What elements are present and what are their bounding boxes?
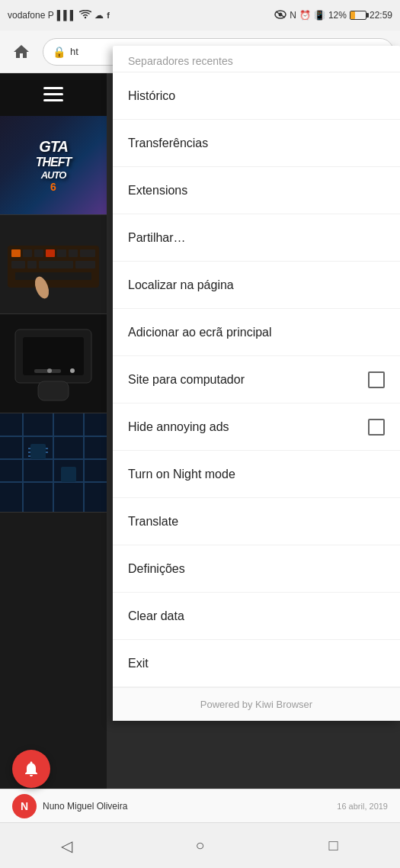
menu-item-transferencias[interactable]: Transferências: [113, 120, 400, 167]
thumbnail-keyboard: [0, 215, 107, 314]
menu-item-historico[interactable]: Histórico: [113, 72, 400, 120]
menu-item-extensions[interactable]: Extensions: [113, 167, 400, 214]
definicoes-label: Definições: [128, 562, 185, 576]
site-computador-label: Site para computador: [128, 373, 245, 387]
thumbnail-pc: [0, 314, 107, 413]
menu-item-hide-ads[interactable]: Hide annoying ads: [113, 403, 400, 451]
bottom-nav-bar: ◁ ○ □: [0, 822, 400, 868]
alarm-icon: N: [290, 10, 296, 21]
notification-bell-button[interactable]: [12, 750, 50, 788]
hamburger-menu-area: [0, 73, 107, 116]
hide-ads-label: Hide annoying ads: [128, 420, 229, 434]
recent-apps-button[interactable]: □: [311, 823, 357, 869]
historico-label: Histórico: [128, 89, 175, 103]
svg-rect-38: [28, 452, 30, 453]
svg-rect-39: [28, 455, 30, 457]
clock-icon: ⏰: [299, 10, 311, 21]
svg-rect-12: [57, 249, 66, 257]
dark-sidebar: GTA THEFT AUTO 6: [0, 73, 107, 822]
comment-date: 16 abril, 2019: [337, 802, 388, 811]
svg-rect-10: [34, 249, 43, 257]
eye-icon: [274, 10, 286, 21]
svg-point-25: [70, 368, 75, 373]
svg-rect-40: [46, 448, 48, 449]
menu-item-translate[interactable]: Translate: [113, 498, 400, 545]
context-menu: Separadores recentes Histórico Transferê…: [113, 46, 400, 721]
menu-item-adicionar[interactable]: Adicionar ao ecrã principal: [113, 309, 400, 356]
home-button[interactable]: [6, 37, 37, 67]
svg-rect-14: [80, 249, 95, 257]
exit-label: Exit: [128, 657, 149, 670]
menu-section-label: Separadores recentes: [113, 46, 400, 72]
powered-by-text: Powered by Kiwi Browser: [113, 687, 400, 721]
cloud-icon: ☁: [94, 10, 104, 21]
night-mode-label: Turn on Night mode: [128, 468, 235, 481]
menu-item-clear-data[interactable]: Clear data: [113, 593, 400, 640]
svg-rect-16: [27, 261, 37, 268]
thumbnail-circuit: [0, 413, 107, 513]
hide-ads-checkbox[interactable]: [368, 419, 385, 436]
clear-data-label: Clear data: [128, 609, 184, 623]
vibrate-icon: 📳: [314, 10, 325, 21]
thumbnail-gta: GTA THEFT AUTO 6: [0, 116, 107, 215]
svg-rect-27: [38, 381, 69, 400]
svg-rect-18: [75, 261, 95, 268]
status-bar: vodafone P ▌▌▌ ☁ f N ⏰ 📳 12%: [0, 0, 400, 31]
extensions-label: Extensions: [128, 184, 187, 198]
status-left: vodafone P ▌▌▌ ☁ f: [8, 10, 110, 21]
svg-point-26: [47, 368, 52, 373]
menu-item-exit[interactable]: Exit: [113, 640, 400, 687]
translate-label: Translate: [128, 515, 178, 529]
svg-rect-5: [43, 99, 63, 101]
svg-rect-11: [46, 249, 55, 257]
back-button[interactable]: ◁: [44, 823, 90, 869]
menu-item-localizar[interactable]: Localizar na página: [113, 262, 400, 309]
address-text: ht: [70, 46, 78, 57]
svg-rect-19: [15, 272, 91, 280]
partilhar-label: Partilhar…: [128, 231, 186, 245]
svg-rect-4: [43, 93, 63, 95]
svg-line-2: [276, 11, 285, 18]
transferencias-label: Transferências: [128, 137, 208, 150]
svg-rect-3: [43, 87, 63, 89]
comment-author: Nuno Miguel Oliveira: [43, 801, 331, 812]
menu-item-definicoes[interactable]: Definições: [113, 545, 400, 593]
svg-rect-37: [28, 448, 30, 449]
svg-rect-13: [69, 249, 78, 257]
avatar: N: [12, 794, 37, 818]
signal-bars: ▌▌▌: [57, 10, 77, 21]
svg-rect-15: [11, 261, 25, 268]
adicionar-label: Adicionar ao ecrã principal: [128, 326, 272, 339]
home-nav-button[interactable]: ○: [178, 823, 223, 869]
carrier-text: vodafone P: [8, 10, 54, 21]
svg-rect-17: [39, 261, 73, 268]
menu-item-site-computador[interactable]: Site para computador: [113, 356, 400, 403]
svg-rect-35: [30, 444, 46, 459]
svg-rect-36: [61, 467, 76, 482]
status-right: N ⏰ 📳 12% 22:59: [274, 10, 392, 21]
lock-icon: 🔒: [53, 46, 66, 58]
comment-bar: N Nuno Miguel Oliveira 16 abril, 2019: [0, 789, 400, 822]
menu-item-partilhar[interactable]: Partilhar…: [113, 214, 400, 262]
menu-item-night-mode[interactable]: Turn on Night mode: [113, 451, 400, 498]
site-computador-checkbox[interactable]: [368, 371, 385, 388]
battery-text: 12%: [328, 10, 347, 21]
svg-rect-9: [23, 249, 32, 257]
svg-rect-8: [11, 249, 21, 257]
wifi-icon: [79, 10, 91, 21]
battery-icon: [350, 11, 366, 20]
fb-icon: f: [107, 11, 110, 20]
svg-rect-41: [46, 452, 48, 453]
localizar-label: Localizar na página: [128, 278, 234, 292]
time-display: 22:59: [370, 10, 392, 21]
